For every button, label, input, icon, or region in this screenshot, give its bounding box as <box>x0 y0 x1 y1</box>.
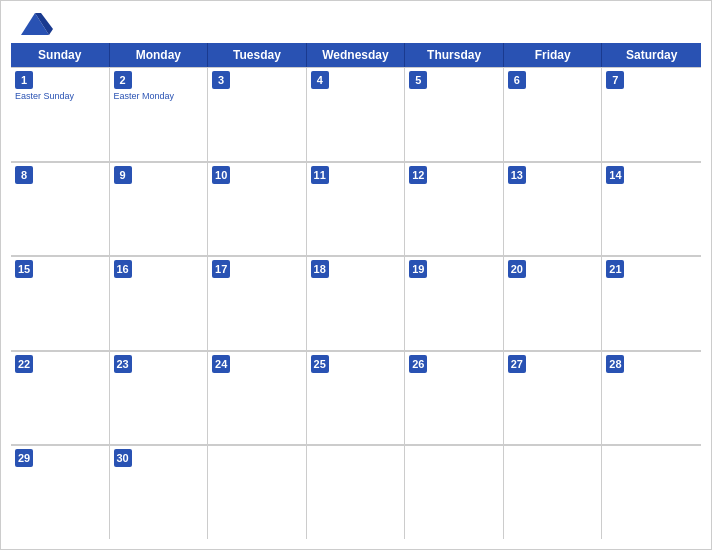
day-cell-5: 5 <box>405 67 504 161</box>
weekday-header-wednesday: Wednesday <box>307 43 406 67</box>
day-cell-6: 6 <box>504 67 603 161</box>
day-number: 11 <box>311 166 329 184</box>
day-number: 3 <box>212 71 230 89</box>
day-number: 16 <box>114 260 132 278</box>
day-cell-17: 17 <box>208 256 307 350</box>
day-cell-13: 13 <box>504 162 603 256</box>
calendar-grid: SundayMondayTuesdayWednesdayThursdayFrid… <box>11 43 701 539</box>
weekday-headers: SundayMondayTuesdayWednesdayThursdayFrid… <box>11 43 701 67</box>
day-number: 29 <box>15 449 33 467</box>
week-row-3: 15161718192021 <box>11 256 701 351</box>
day-number: 6 <box>508 71 526 89</box>
week-row-2: 891011121314 <box>11 162 701 257</box>
day-cell-25: 25 <box>307 351 406 445</box>
logo <box>17 9 57 39</box>
day-cell-4: 4 <box>307 67 406 161</box>
week-row-5: 2930 <box>11 445 701 539</box>
calendar-page: SundayMondayTuesdayWednesdayThursdayFrid… <box>0 0 712 550</box>
day-cell-empty <box>602 445 701 539</box>
day-cell-22: 22 <box>11 351 110 445</box>
day-cell-empty <box>307 445 406 539</box>
day-cell-29: 29 <box>11 445 110 539</box>
weekday-header-monday: Monday <box>110 43 209 67</box>
day-number: 25 <box>311 355 329 373</box>
weekday-header-friday: Friday <box>504 43 603 67</box>
weekday-header-saturday: Saturday <box>602 43 701 67</box>
weekday-header-thursday: Thursday <box>405 43 504 67</box>
day-cell-18: 18 <box>307 256 406 350</box>
day-number: 15 <box>15 260 33 278</box>
day-cell-empty <box>208 445 307 539</box>
day-cell-3: 3 <box>208 67 307 161</box>
day-cell-empty <box>504 445 603 539</box>
holiday-label: Easter Monday <box>114 91 204 102</box>
day-cell-15: 15 <box>11 256 110 350</box>
week-row-4: 22232425262728 <box>11 351 701 446</box>
day-number: 28 <box>606 355 624 373</box>
week-row-1: 1Easter Sunday2Easter Monday34567 <box>11 67 701 162</box>
day-cell-11: 11 <box>307 162 406 256</box>
day-number: 13 <box>508 166 526 184</box>
day-cell-24: 24 <box>208 351 307 445</box>
day-cell-28: 28 <box>602 351 701 445</box>
day-number: 7 <box>606 71 624 89</box>
day-cell-30: 30 <box>110 445 209 539</box>
day-number: 2 <box>114 71 132 89</box>
day-number: 1 <box>15 71 33 89</box>
header <box>1 1 711 43</box>
day-number: 24 <box>212 355 230 373</box>
day-number: 9 <box>114 166 132 184</box>
day-cell-26: 26 <box>405 351 504 445</box>
day-cell-empty <box>405 445 504 539</box>
day-cell-10: 10 <box>208 162 307 256</box>
day-cell-27: 27 <box>504 351 603 445</box>
day-number: 5 <box>409 71 427 89</box>
day-number: 18 <box>311 260 329 278</box>
day-number: 30 <box>114 449 132 467</box>
day-cell-21: 21 <box>602 256 701 350</box>
day-cell-2: 2Easter Monday <box>110 67 209 161</box>
day-number: 27 <box>508 355 526 373</box>
day-number: 4 <box>311 71 329 89</box>
day-cell-16: 16 <box>110 256 209 350</box>
day-number: 19 <box>409 260 427 278</box>
day-cell-8: 8 <box>11 162 110 256</box>
day-cell-14: 14 <box>602 162 701 256</box>
day-number: 12 <box>409 166 427 184</box>
holiday-label: Easter Sunday <box>15 91 105 102</box>
day-number: 10 <box>212 166 230 184</box>
logo-icon <box>17 9 53 39</box>
day-cell-7: 7 <box>602 67 701 161</box>
weekday-header-tuesday: Tuesday <box>208 43 307 67</box>
day-number: 17 <box>212 260 230 278</box>
day-cell-9: 9 <box>110 162 209 256</box>
weekday-header-sunday: Sunday <box>11 43 110 67</box>
day-cell-23: 23 <box>110 351 209 445</box>
day-number: 23 <box>114 355 132 373</box>
day-number: 26 <box>409 355 427 373</box>
day-cell-12: 12 <box>405 162 504 256</box>
day-number: 21 <box>606 260 624 278</box>
day-cell-19: 19 <box>405 256 504 350</box>
day-number: 20 <box>508 260 526 278</box>
day-cell-1: 1Easter Sunday <box>11 67 110 161</box>
day-number: 14 <box>606 166 624 184</box>
weeks-container: 1Easter Sunday2Easter Monday345678910111… <box>11 67 701 539</box>
day-number: 8 <box>15 166 33 184</box>
day-number: 22 <box>15 355 33 373</box>
day-cell-20: 20 <box>504 256 603 350</box>
